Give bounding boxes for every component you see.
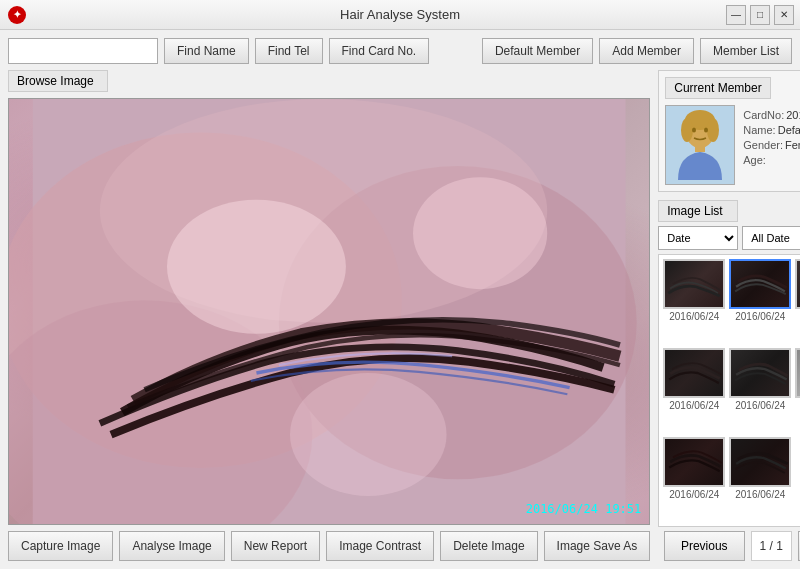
add-member-button[interactable]: Add Member xyxy=(599,38,694,64)
svg-point-6 xyxy=(413,177,547,289)
svg-point-10 xyxy=(681,118,693,142)
find-card-no-button[interactable]: Find Card No. xyxy=(329,38,430,64)
app-logo: ✦ xyxy=(8,6,26,24)
hair-image xyxy=(9,99,649,524)
card-no-value: 201606001 xyxy=(786,109,800,121)
all-date-filter-select[interactable]: All Date xyxy=(742,226,800,250)
thumbnail-item-6[interactable]: 2016/06/24 xyxy=(795,348,800,433)
main-area: Find Name Find Tel Find Card No. Default… xyxy=(0,30,800,569)
current-member-section: Current Member xyxy=(658,70,800,192)
analyse-image-button[interactable]: Analyse Image xyxy=(119,531,224,561)
thumbnail-date-1: 2016/06/24 xyxy=(669,311,719,322)
new-report-button[interactable]: New Report xyxy=(231,531,320,561)
capture-image-button[interactable]: Capture Image xyxy=(8,531,113,561)
top-toolbar: Find Name Find Tel Find Card No. Default… xyxy=(8,38,792,64)
name-value: Default xyxy=(778,124,800,136)
date-filter-select[interactable]: Date xyxy=(658,226,738,250)
default-member-button[interactable]: Default Member xyxy=(482,38,593,64)
close-button[interactable]: ✕ xyxy=(774,5,794,25)
browse-image-label: Browse Image xyxy=(8,70,108,92)
thumbnail-grid: 2016/06/24 2016/06/24 2016/06/24 xyxy=(658,254,800,527)
right-panel: Current Member xyxy=(658,70,800,561)
svg-point-5 xyxy=(167,200,346,334)
thumbnail-image-4 xyxy=(663,348,725,398)
find-name-button[interactable]: Find Name xyxy=(164,38,249,64)
window-controls: — □ ✕ xyxy=(726,5,794,25)
left-panel: Browse Image xyxy=(8,70,650,561)
member-avatar-container xyxy=(665,105,735,185)
image-list-label: Image List xyxy=(658,200,738,222)
title-bar: ✦ Hair Analyse System — □ ✕ xyxy=(0,0,800,30)
thumbnail-date-8: 2016/06/24 xyxy=(735,489,785,500)
svg-point-14 xyxy=(704,128,708,133)
thumbnail-image-8 xyxy=(729,437,791,487)
thumbnail-item-3[interactable]: 2016/06/24 xyxy=(795,259,800,344)
avatar xyxy=(673,110,728,180)
find-tel-button[interactable]: Find Tel xyxy=(255,38,323,64)
thumbnail-item-2[interactable]: 2016/06/24 xyxy=(729,259,791,344)
delete-image-button[interactable]: Delete Image xyxy=(440,531,537,561)
svg-point-13 xyxy=(692,128,696,133)
svg-point-11 xyxy=(707,118,719,142)
image-contrast-button[interactable]: Image Contrast xyxy=(326,531,434,561)
member-details: CardNo: 201606001 Name: Default Gender: … xyxy=(743,105,800,185)
name-row: Name: Default xyxy=(743,124,800,136)
age-label: Age: xyxy=(743,154,766,166)
bottom-toolbar: Capture Image Analyse Image New Report I… xyxy=(8,531,650,561)
thumbnail-image-3 xyxy=(795,259,800,309)
thumbnail-item-5[interactable]: 2016/06/24 xyxy=(729,348,791,433)
maximize-button[interactable]: □ xyxy=(750,5,770,25)
thumbnail-image-5 xyxy=(729,348,791,398)
thumbnail-date-4: 2016/06/24 xyxy=(669,400,719,411)
filter-row: Date All Date xyxy=(658,226,800,250)
main-image-area: 2016/06/24 19:51 xyxy=(8,98,650,525)
card-no-label: CardNo: xyxy=(743,109,784,121)
svg-point-7 xyxy=(290,373,447,496)
thumbnail-image-2 xyxy=(729,259,791,309)
member-list-button[interactable]: Member List xyxy=(700,38,792,64)
pagination: Previous 1 / 1 Next xyxy=(658,531,800,561)
name-label: Name: xyxy=(743,124,775,136)
thumbnail-image-7 xyxy=(663,437,725,487)
image-list-section: Image List Date All Date 2016/ xyxy=(658,200,800,561)
search-input[interactable] xyxy=(8,38,158,64)
hair-strands xyxy=(9,99,649,524)
current-member-label: Current Member xyxy=(665,77,770,99)
thumbnail-item-7[interactable]: 2016/06/24 xyxy=(663,437,725,522)
thumbnail-date-5: 2016/06/24 xyxy=(735,400,785,411)
thumbnail-item-1[interactable]: 2016/06/24 xyxy=(663,259,725,344)
thumbnail-image-6 xyxy=(795,348,800,398)
image-timestamp: 2016/06/24 19:51 xyxy=(526,502,642,516)
gender-label: Gender: xyxy=(743,139,783,151)
minimize-button[interactable]: — xyxy=(726,5,746,25)
previous-button[interactable]: Previous xyxy=(664,531,745,561)
content-area: Browse Image xyxy=(8,70,792,561)
gender-value: Female xyxy=(785,139,800,151)
thumbnail-date-7: 2016/06/24 xyxy=(669,489,719,500)
svg-rect-12 xyxy=(695,144,705,152)
age-row: Age: xyxy=(743,154,800,166)
app-title: Hair Analyse System xyxy=(340,7,460,22)
card-no-row: CardNo: 201606001 xyxy=(743,109,800,121)
image-save-as-button[interactable]: Image Save As xyxy=(544,531,651,561)
member-info: CardNo: 201606001 Name: Default Gender: … xyxy=(659,99,800,191)
thumbnail-date-2: 2016/06/24 xyxy=(735,311,785,322)
page-info: 1 / 1 xyxy=(751,531,792,561)
thumbnail-item-8[interactable]: 2016/06/24 xyxy=(729,437,791,522)
thumbnail-image-1 xyxy=(663,259,725,309)
gender-row: Gender: Female xyxy=(743,139,800,151)
thumbnail-item-4[interactable]: 2016/06/24 xyxy=(663,348,725,433)
